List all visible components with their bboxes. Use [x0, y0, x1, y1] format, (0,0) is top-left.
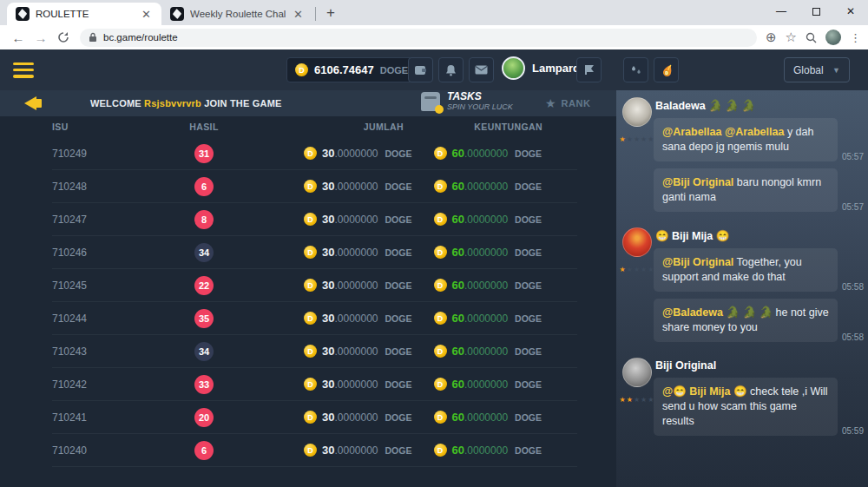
- profit-amount: D60.0000000: [434, 180, 509, 193]
- mention[interactable]: @Biji Original: [662, 256, 733, 268]
- message-time: 05:59: [842, 426, 864, 436]
- profit-currency: DOGE: [515, 280, 551, 291]
- hamburger-menu-icon[interactable]: [13, 63, 34, 78]
- bet-currency: DOGE: [385, 379, 422, 390]
- avatar[interactable]: [622, 97, 652, 127]
- envelope-icon: [475, 65, 488, 75]
- result-number: 33: [194, 375, 214, 394]
- balance-currency: DOGE: [380, 65, 408, 76]
- mention[interactable]: @Arabellaa @Arabellaa: [662, 126, 784, 138]
- rain-icon: [630, 64, 642, 76]
- chevron-down-icon: ▼: [832, 66, 840, 75]
- result-number: 34: [194, 342, 214, 361]
- bet-amount: D30.0000000: [304, 345, 378, 358]
- profit-currency: DOGE: [515, 148, 551, 159]
- tab-weekly-challenge[interactable]: Weekly Roulette Challenge - Win ✕: [161, 3, 313, 25]
- wallet-button[interactable]: [408, 57, 433, 82]
- user-avatar[interactable]: [502, 56, 525, 80]
- tab-roulette[interactable]: ROULETTE ✕: [7, 3, 161, 25]
- chat-message-list[interactable]: ★★★★★ Baladewa 🐊 🐊 🐊 @Arabellaa @Arabell…: [616, 90, 868, 444]
- chat-message: @Biji Original Together, you support and…: [654, 248, 864, 292]
- search-icon[interactable]: [806, 32, 817, 43]
- bcgame-favicon: [16, 7, 30, 21]
- tab-close-icon[interactable]: ✕: [140, 8, 153, 21]
- mention[interactable]: @Biji Original: [662, 176, 733, 188]
- notifications-button[interactable]: [438, 57, 464, 82]
- avatar[interactable]: [622, 358, 652, 387]
- flame-coin-icon: D: [660, 63, 674, 77]
- navbar-right: ⊕ ☆ ⋮: [766, 30, 861, 45]
- browser-profile-avatar[interactable]: [825, 30, 841, 45]
- profit-amount: D60.0000000: [434, 213, 509, 226]
- chat-group: ★★★★★ Biji Original @😁 Biji Mija 😁 check…: [621, 358, 864, 443]
- mention[interactable]: @Baladewa 🐊 🐊 🐊: [662, 306, 773, 319]
- result-number: 8: [194, 210, 214, 229]
- chat-toggle-button[interactable]: [576, 57, 602, 82]
- result-number: 35: [194, 309, 214, 328]
- round-id: 710245: [52, 280, 148, 292]
- messages-button[interactable]: [469, 57, 494, 82]
- browser-navbar: ← → bc.game/roulette ⊕ ☆ ⋮: [0, 25, 868, 49]
- chat-channel-select[interactable]: Global ▼: [784, 57, 850, 82]
- doge-coin-icon: D: [434, 345, 447, 358]
- chat-channel-label: Global: [793, 64, 824, 76]
- new-tab-button[interactable]: +: [319, 4, 342, 22]
- doge-coin-icon: D: [434, 246, 447, 259]
- doge-coin-icon: D: [304, 213, 317, 226]
- user-rating: ★★★★★: [620, 135, 655, 143]
- chat-message: @Arabellaa @Arabellaa y dah sana depo jg…: [654, 118, 864, 161]
- browser-chrome: ROULETTE ✕ Weekly Roulette Challenge - W…: [0, 0, 868, 49]
- bookmark-star-icon[interactable]: ☆: [786, 30, 797, 45]
- table-row: 710248 6 D30.0000000 DOGE D60.0000000 DO…: [52, 170, 577, 203]
- message-time: 05:57: [842, 202, 864, 212]
- table-row: 710247 8 D30.0000000 DOGE D60.0000000 DO…: [52, 203, 577, 236]
- install-icon[interactable]: ⊕: [766, 30, 777, 45]
- doge-coin-icon: D: [434, 312, 447, 325]
- doge-coin-icon: D: [434, 180, 447, 193]
- tab-close-icon[interactable]: ✕: [292, 8, 305, 21]
- chat-username[interactable]: Baladewa 🐊 🐊 🐊: [655, 99, 864, 112]
- round-id: 710241: [52, 411, 148, 424]
- profit-amount: D60.0000000: [434, 411, 509, 424]
- round-id: 710240: [52, 444, 148, 457]
- chat-message: @Biji Original baru nongol kmrn ganti na…: [654, 168, 864, 212]
- reload-icon[interactable]: [52, 31, 75, 43]
- round-id: 710244: [52, 313, 148, 325]
- chat-group: ★★★★★ 😁 Biji Mija 😁 @Biji Original Toget…: [621, 227, 864, 349]
- result-number: 31: [194, 144, 214, 163]
- avatar[interactable]: [622, 227, 652, 257]
- maximize-button[interactable]: [799, 0, 833, 23]
- flag-icon: [583, 64, 595, 76]
- close-button[interactable]: ✕: [833, 0, 868, 23]
- back-icon[interactable]: ←: [7, 30, 30, 45]
- round-id: 710247: [52, 214, 148, 226]
- doge-coin-icon: D: [304, 378, 317, 391]
- mention[interactable]: @😁 Biji Mija 😁: [662, 385, 747, 398]
- rank-shortcut[interactable]: ★ RANK: [545, 96, 590, 110]
- message-time: 05:58: [842, 282, 864, 292]
- forward-icon[interactable]: →: [30, 30, 52, 45]
- minimize-button[interactable]: —: [764, 0, 799, 23]
- profit-currency: DOGE: [515, 412, 551, 423]
- doge-coin-icon: D: [304, 345, 317, 358]
- bet-amount: D30.0000000: [304, 213, 378, 226]
- wallet-icon: [414, 64, 427, 76]
- tasks-shortcut[interactable]: TASKS SPIN YOUR LUCK: [421, 91, 513, 111]
- address-bar[interactable]: bc.game/roulette: [80, 29, 757, 47]
- coin-rain-button[interactable]: [623, 57, 648, 82]
- coin-drop-button[interactable]: D: [654, 57, 679, 82]
- profit-currency: DOGE: [515, 379, 551, 390]
- round-id: 710243: [52, 346, 148, 358]
- result-number: 22: [194, 276, 214, 295]
- browser-menu-icon[interactable]: ⋮: [850, 31, 861, 44]
- round-id: 710246: [52, 247, 148, 259]
- user-name: Lampard: [532, 62, 580, 75]
- column-header-jumlah: JUMLAH: [304, 122, 404, 132]
- lock-icon: [89, 32, 97, 43]
- profit-currency: DOGE: [515, 313, 551, 324]
- profit-currency: DOGE: [515, 247, 551, 258]
- chat-username[interactable]: Biji Original: [655, 359, 864, 372]
- window-controls: — ✕: [764, 0, 868, 23]
- chat-username[interactable]: 😁 Biji Mija 😁: [655, 229, 864, 242]
- bet-amount: D30.0000000: [304, 378, 378, 391]
